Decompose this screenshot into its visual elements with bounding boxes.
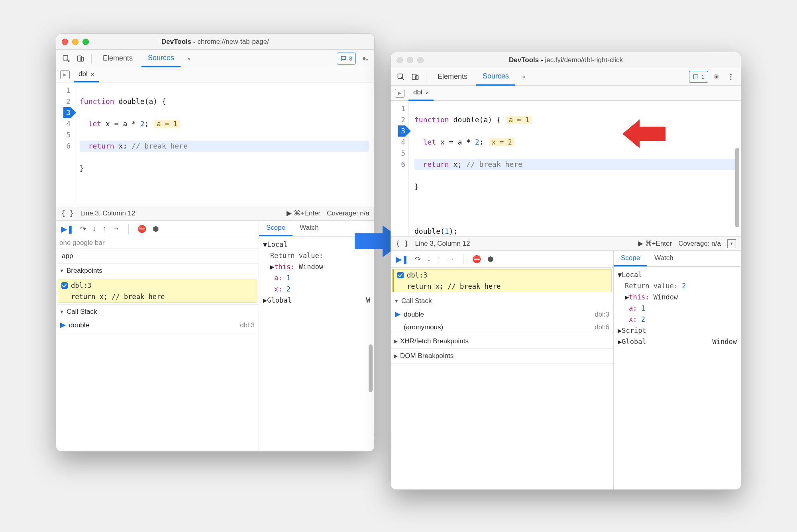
callstack-row[interactable]: doubledbl:3: [391, 308, 613, 321]
issues-badge[interactable]: 3: [337, 53, 356, 65]
scope-pane: Scope Watch ▼Local Return value: 2 ▶this…: [613, 251, 741, 489]
step-out-icon[interactable]: ↑: [437, 255, 441, 263]
debug-toolbar: ▶❚ ↷ ↓ ↑ → ⛔ ⬢: [391, 251, 613, 268]
tab-scope[interactable]: Scope: [259, 221, 292, 236]
breakpoint-checkbox[interactable]: [397, 272, 404, 278]
sidebar-toggle-icon[interactable]: ▾: [727, 239, 736, 248]
step-into-icon[interactable]: ↓: [427, 255, 431, 263]
settings-icon[interactable]: [358, 53, 370, 65]
coverage-status: Coverage: n/a: [678, 240, 721, 248]
file-tab-dbl[interactable]: dbl×: [74, 67, 99, 82]
breakpoint-checkbox[interactable]: [61, 282, 68, 289]
step-into-icon[interactable]: ↓: [92, 225, 96, 233]
issues-badge[interactable]: 1: [689, 71, 708, 83]
editor-statusbar: { } Line 3, Column 12 ▶ ⌘+Enter Coverage…: [56, 206, 374, 220]
inspect-icon[interactable]: [395, 71, 407, 83]
devtools-window-right: DevTools - jec.fyi/demo/dbl-right-click …: [391, 52, 741, 490]
line-gutter[interactable]: 123456: [391, 101, 409, 236]
debugger-lower: ▶❚ ↷ ↓ ↑ → ⛔ ⬢ dbl:3 return x; // break …: [391, 250, 741, 489]
editor-statusbar: { } Line 3, Column 12 ▶ ⌘+Enter Coverage…: [391, 236, 741, 250]
pretty-print-icon[interactable]: { }: [61, 209, 74, 217]
coverage-status: Coverage: n/a: [327, 209, 369, 217]
editor[interactable]: 123456 function double(a) { let x = a * …: [56, 82, 374, 206]
close-tab-icon[interactable]: ×: [91, 71, 94, 78]
breakpoint-item[interactable]: dbl:3 return x; // break here: [393, 269, 612, 292]
callstack-row[interactable]: (anonymous)dbl:6: [391, 321, 613, 334]
callstack-header[interactable]: ▼Call Stack: [391, 294, 613, 308]
panel-tabbar: Elements Sources » 3: [56, 50, 374, 67]
callstack-row[interactable]: doubledbl:3: [56, 319, 259, 332]
more-tabs-icon[interactable]: »: [518, 71, 530, 83]
panel-tabbar: Elements Sources » 1: [391, 68, 741, 86]
debugger-lower: ▶❚ ↷ ↓ ↑ → ⛔ ⬢ one google bar app ▼Break…: [56, 220, 374, 451]
scrollbar[interactable]: [735, 148, 739, 227]
tab-elements[interactable]: Elements: [96, 50, 139, 67]
deactivate-breakpoints-icon[interactable]: ⛔: [472, 255, 481, 264]
code-area[interactable]: function double(a) {a = 1 let x = a * 2;…: [409, 101, 741, 236]
file-tabs: dbl×: [56, 67, 374, 82]
tab-elements[interactable]: Elements: [431, 68, 474, 86]
breakpoint-item[interactable]: dbl:3 return x; // break here: [58, 280, 257, 303]
tab-sources[interactable]: Sources: [476, 68, 515, 86]
file-tabs: dbl×: [391, 86, 741, 101]
resume-icon[interactable]: ▶❚: [61, 224, 74, 234]
callstack-header[interactable]: ▼Call Stack: [56, 305, 259, 319]
navigator-toggle-icon[interactable]: [60, 70, 70, 79]
tab-sources[interactable]: Sources: [141, 50, 181, 67]
titlebar[interactable]: DevTools - jec.fyi/demo/dbl-right-click: [391, 52, 741, 68]
tab-watch[interactable]: Watch: [292, 221, 326, 236]
scrollbar[interactable]: [369, 344, 373, 392]
step-over-icon[interactable]: ↷: [415, 255, 421, 264]
close-tab-icon[interactable]: ×: [426, 89, 429, 96]
file-tab-dbl[interactable]: dbl×: [408, 86, 434, 101]
device-toggle-icon[interactable]: [75, 53, 86, 65]
pause-on-exceptions-icon[interactable]: ⬢: [487, 255, 494, 264]
tab-watch[interactable]: Watch: [647, 251, 681, 266]
window-title: DevTools - chrome://new-tab-page/: [56, 38, 374, 46]
more-tabs-icon[interactable]: »: [183, 53, 195, 65]
run-hint: ▶ ⌘+Enter: [287, 209, 320, 217]
inline-value-x: x = 2: [489, 138, 514, 146]
devtools-window-left: DevTools - chrome://new-tab-page/ Elemen…: [56, 33, 375, 452]
line-gutter[interactable]: 123456: [56, 82, 74, 206]
code-area[interactable]: function double(a) { let x = a * 2;a = 1…: [74, 82, 374, 206]
editor[interactable]: 123456 function double(a) {a = 1 let x =…: [391, 101, 741, 236]
deactivate-breakpoints-icon[interactable]: ⛔: [137, 225, 146, 233]
window-title: DevTools - jec.fyi/demo/dbl-right-click: [391, 56, 741, 64]
device-toggle-icon[interactable]: [409, 71, 421, 83]
svg-point-8: [730, 76, 731, 77]
cursor-position: Line 3, Column 12: [415, 240, 470, 248]
titlebar[interactable]: DevTools - chrome://new-tab-page/: [56, 34, 374, 50]
xhr-breakpoints-header[interactable]: ▶XHR/fetch Breakpoints: [391, 334, 613, 348]
step-over-icon[interactable]: ↷: [80, 225, 86, 233]
debug-toolbar: ▶❚ ↷ ↓ ↑ → ⛔ ⬢: [56, 221, 259, 237]
kebab-menu-icon[interactable]: [725, 71, 737, 83]
pretty-print-icon[interactable]: { }: [396, 239, 409, 248]
svg-point-9: [730, 78, 731, 80]
pause-on-exceptions-icon[interactable]: ⬢: [153, 225, 159, 233]
separator: [91, 54, 92, 63]
svg-point-7: [730, 74, 731, 75]
step-icon[interactable]: →: [447, 255, 454, 263]
breakpoints-header[interactable]: ▼Breakpoints: [56, 264, 259, 278]
inspect-icon[interactable]: [60, 53, 72, 65]
run-hint: ▶ ⌘+Enter: [638, 239, 672, 248]
navigator-toggle-icon[interactable]: [395, 89, 404, 98]
settings-icon[interactable]: [711, 71, 722, 83]
dom-breakpoints-header[interactable]: ▶DOM Breakpoints: [391, 349, 613, 363]
cursor-position: Line 3, Column 12: [80, 209, 135, 217]
list-app[interactable]: app: [56, 249, 259, 264]
step-icon[interactable]: →: [112, 225, 120, 233]
inline-value-a: a = 1: [154, 120, 179, 128]
tab-scope[interactable]: Scope: [614, 251, 647, 266]
step-out-icon[interactable]: ↑: [102, 225, 106, 233]
callout-arrow-icon: [622, 119, 665, 151]
inline-value-a: a = 1: [506, 116, 532, 124]
resume-icon[interactable]: ▶❚: [396, 254, 408, 264]
